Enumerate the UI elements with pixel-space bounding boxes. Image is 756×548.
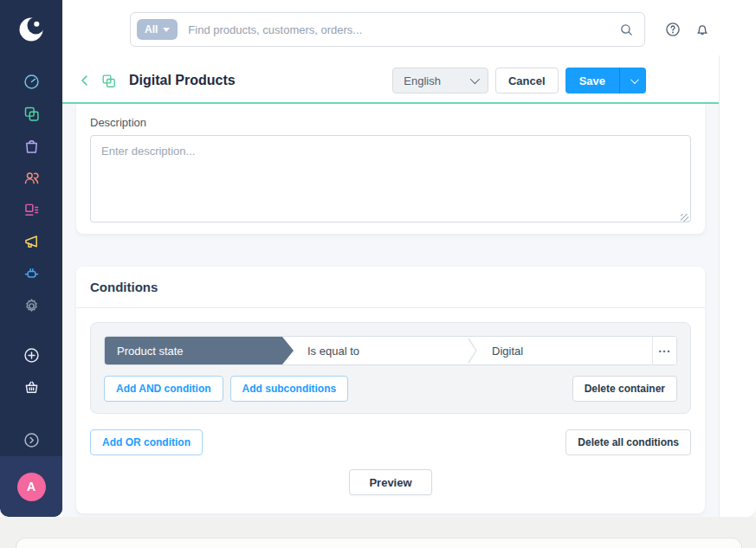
- shopware-logo-icon[interactable]: [14, 14, 48, 45]
- shopping-bag-icon: [23, 137, 41, 155]
- dynamic-product-group-icon: [100, 73, 117, 89]
- sidebar-item-store[interactable]: [0, 371, 62, 403]
- content-area: Description Conditions Product state Is …: [62, 104, 719, 517]
- bell-icon[interactable]: [694, 21, 711, 38]
- add-subconditions-button[interactable]: Add subconditions: [230, 376, 349, 402]
- delete-container-button[interactable]: Delete container: [572, 376, 677, 402]
- preview-row: Preview: [90, 469, 691, 495]
- plug-icon: [23, 265, 41, 283]
- condition-field-select[interactable]: Product state: [105, 337, 294, 364]
- delete-all-conditions-button[interactable]: Delete all conditions: [565, 429, 691, 455]
- overlapping-squares-icon: [23, 105, 41, 123]
- gear-icon: [23, 297, 41, 315]
- topbar: All: [62, 0, 719, 59]
- pages-icon: [23, 201, 41, 219]
- sidebar-item-marketing[interactable]: [0, 226, 62, 258]
- condition-container: Product state Is equal to Digital ... Ad…: [90, 322, 691, 414]
- page-title: Digital Products: [129, 73, 236, 88]
- global-search[interactable]: All: [130, 12, 645, 47]
- basket-icon: [23, 378, 41, 396]
- conditions-card: Conditions Product state Is equal to Dig…: [76, 267, 705, 513]
- sidebar-item-add-new[interactable]: [0, 339, 62, 371]
- sidebar: A: [0, 0, 62, 517]
- app-window: A All: [0, 0, 756, 517]
- resize-handle[interactable]: [681, 214, 688, 222]
- condition-row: Product state Is equal to Digital ...: [104, 336, 677, 365]
- search-input[interactable]: [178, 23, 619, 36]
- back-chevron-icon[interactable]: [77, 73, 93, 88]
- language-select[interactable]: English: [392, 68, 488, 93]
- preview-button[interactable]: Preview: [349, 469, 431, 495]
- save-split-button: Save: [565, 68, 646, 93]
- avatar[interactable]: A: [17, 473, 46, 501]
- chevron-down-icon: [630, 75, 638, 84]
- save-button[interactable]: Save: [565, 68, 619, 93]
- sidebar-item-dashboard[interactable]: [0, 66, 62, 98]
- sidebar-item-settings[interactable]: [0, 290, 62, 322]
- chevron-right-circle-icon: [23, 431, 41, 449]
- condition-context-menu-button[interactable]: ...: [652, 337, 676, 364]
- content-right-divider: [719, 55, 720, 517]
- save-options-button[interactable]: [619, 68, 646, 93]
- cancel-button[interactable]: Cancel: [495, 68, 559, 93]
- sidebar-item-customers[interactable]: [0, 162, 62, 194]
- condition-operator-select[interactable]: Is equal to: [294, 337, 468, 364]
- condition-value-select[interactable]: Digital: [478, 337, 652, 364]
- chevron-down-icon: [163, 28, 170, 32]
- container-actions: Add AND condition Add subconditions Dele…: [104, 376, 677, 402]
- sidebar-item-orders[interactable]: [0, 130, 62, 162]
- or-actions-row: Add OR condition Delete all conditions: [90, 429, 691, 455]
- smartbar-actions: English Cancel Save: [392, 68, 646, 93]
- sidebar-item-extensions[interactable]: [0, 258, 62, 290]
- sidebar-item-content[interactable]: [0, 194, 62, 226]
- conditions-title: Conditions: [90, 280, 158, 294]
- search-scope-dropdown[interactable]: All: [137, 19, 178, 40]
- megaphone-icon: [23, 233, 41, 251]
- sidebar-nav: [0, 66, 62, 322]
- speedometer-icon: [23, 73, 41, 91]
- chevron-down-icon: [470, 74, 480, 84]
- next-section-card-edge: [16, 538, 742, 548]
- conditions-header: Conditions: [76, 267, 705, 308]
- main-area: All: [62, 0, 719, 517]
- smartbar: Digital Products English Cancel Save: [62, 59, 719, 104]
- sidebar-expand-toggle[interactable]: [0, 424, 62, 456]
- add-and-condition-button[interactable]: Add AND condition: [104, 376, 223, 402]
- conditions-body: Product state Is equal to Digital ... Ad…: [76, 308, 705, 513]
- description-label: Description: [90, 116, 691, 129]
- sidebar-secondary-nav: [0, 339, 62, 456]
- search-scope-label: All: [145, 23, 158, 35]
- description-textarea[interactable]: [90, 135, 691, 222]
- language-select-value: English: [404, 74, 441, 87]
- users-icon: [23, 169, 41, 187]
- description-card: Description: [76, 104, 705, 234]
- search-icon: [619, 23, 634, 37]
- help-icon[interactable]: [664, 21, 682, 38]
- sidebar-user-section: A: [0, 456, 62, 517]
- topbar-icons: [664, 21, 711, 38]
- page-background: [0, 517, 756, 548]
- segment-chevron-icon: [468, 337, 478, 364]
- plus-circle-icon: [23, 346, 41, 364]
- add-or-condition-button[interactable]: Add OR condition: [90, 429, 203, 455]
- sidebar-item-catalogues[interactable]: [0, 98, 62, 130]
